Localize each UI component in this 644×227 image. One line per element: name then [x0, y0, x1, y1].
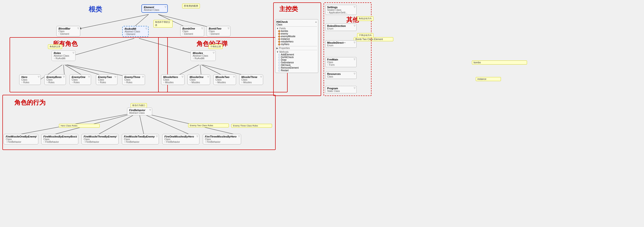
method-icon-restart [278, 70, 280, 72]
enemythree-dropdown[interactable]: ▽ [142, 76, 144, 78]
field-icon-bombs [278, 30, 280, 32]
settings-parent: ↑ ApplicationSetti... [327, 11, 355, 14]
class-firemissileonebyenemy[interactable]: ▽ FireMissileOneByEnemy Class ↑ FireBeha… [4, 134, 38, 144]
settings-dropdown[interactable]: ▽ [354, 6, 356, 8]
class-missileone[interactable]: ▽ MissileOne Class ↑ Missiles [188, 74, 210, 85]
enemytwo-dropdown[interactable]: ▽ [114, 76, 116, 78]
enemythree-title: EnemyThree [124, 76, 143, 79]
field-myhero: myHero [276, 43, 317, 46]
class-enemythree[interactable]: ▽ EnemyThree Class ↑ Roles [122, 74, 145, 85]
firemissiletwobyenemy-type: Class [124, 138, 157, 141]
program-title: Program [327, 87, 355, 90]
firethreemissilesbyhero-dropdown[interactable]: ▽ [238, 135, 240, 137]
enemyboss-dropdown[interactable]: ▽ [63, 76, 65, 78]
class-resources[interactable]: ▽ Resources Class [326, 72, 357, 79]
role-behavior-label: 角色的行为 [14, 98, 46, 107]
program-dropdown[interactable]: ▽ [354, 87, 356, 89]
class-bloodbar[interactable]: ▽ BloodBar Class ↑ Element [56, 26, 80, 37]
resources-dropdown[interactable]: ▽ [354, 73, 356, 75]
firemissiletwobyenemy-title: FireMissileTwoByEnemy [124, 135, 157, 138]
annotation-missile-direction: 子弹运动方向 [357, 33, 374, 38]
class-rolesdirection[interactable]: ▽ RolesDirection Enum [326, 24, 357, 31]
hitcheck-expand-icon[interactable]: ▲ [315, 21, 317, 23]
missiles-dropdown[interactable]: ▽ [213, 52, 214, 54]
hero-dropdown[interactable]: ▽ [38, 76, 40, 78]
class-fireonemissilesbyhero[interactable]: ▽ FireOneMissilesByHero Class ↑ FireBeha… [162, 134, 200, 144]
enemythree-parent: ↑ Roles [124, 81, 143, 84]
class-firebehavior[interactable]: ▽ FireBehavior Abstract Class [127, 108, 152, 115]
fireonemissilesbyhero-dropdown[interactable]: ▽ [196, 135, 198, 137]
missiles-type: Abstract Class [193, 55, 214, 57]
firemissiletwobyenemy-dropdown[interactable]: ▽ [156, 135, 158, 137]
fireonemissilesbyhero-title: FireOneMissilesByHero [164, 135, 197, 138]
firemissilethreebyenemy-dropdown[interactable]: ▽ [116, 135, 118, 137]
method-removeelement: RemoveElement [276, 67, 317, 69]
missiledirect-dropdown[interactable]: ▽ [354, 41, 356, 44]
class-frmmain[interactable]: ▽ FrmMain Class ↑ Form [326, 57, 357, 67]
hitcheck-type: Class [276, 23, 317, 26]
field-bombs: bombs [276, 30, 317, 32]
rolesdirection-title: RolesDirection [327, 25, 355, 27]
enemyboss-type: Class [46, 79, 64, 81]
class-firethreemissilesbyhero[interactable]: ▽ FireThreeMissilesByHero Class ↑ FireBe… [203, 134, 241, 144]
class-firemissiletwobyenemy[interactable]: ▽ FireMissileTwoByEnemy Class ↑ FireBeha… [122, 134, 159, 144]
enemyone-dropdown[interactable]: ▽ [88, 76, 90, 78]
roandmi-type: Abstract Class [125, 30, 146, 33]
missiledirect-title: MissileDirect··· [327, 41, 355, 44]
field-instance: instance [276, 38, 317, 40]
bombone-dropdown[interactable]: ▽ [201, 27, 203, 30]
class-roles[interactable]: ▽ Roles Abstract Class ↑ RoAndMi [52, 50, 76, 61]
firemissilethreebyenemy-parent: ↑ FireBehavior [84, 141, 116, 143]
enemytwo-parent: ↑ Roles [98, 81, 115, 84]
annotation-hero-class-roles: Hero Class Roles [59, 124, 100, 128]
missilethree-dropdown[interactable]: ▽ [260, 76, 262, 78]
class-bombone[interactable]: ▽ BombOne Class ↑ Element [180, 26, 204, 37]
class-firemissilethreebyenemy[interactable]: ▽ FireMissileThreeByEnemy Class ↑ FireBe… [82, 134, 119, 144]
frmmain-type: Class [327, 61, 355, 64]
method-restart: Restart [276, 69, 317, 72]
rolesdirection-dropdown[interactable]: ▽ [354, 25, 356, 27]
class-bombtwo[interactable]: ▽ BombTwo Class ↑ Element [206, 26, 230, 37]
class-element[interactable]: ▽ Element Abstract Class [142, 4, 168, 13]
class-settings[interactable]: ▽ Settings Sealed Class ↑ ApplicationSet… [326, 5, 357, 15]
class-missiletwo[interactable]: ▽ MissileTwo Class ↑ Missiles [213, 74, 236, 85]
frmmain-title: FrmMain [327, 58, 355, 61]
main-control-label: 主控类 [279, 5, 298, 13]
method-addelement: AddElement [276, 53, 317, 56]
class-enemytwo[interactable]: ▽ EnemyTwo Class ↑ Roles [96, 74, 118, 85]
missileone-dropdown[interactable]: ▽ [207, 76, 209, 78]
frmmain-parent: ↑ Form [327, 64, 355, 66]
bombtwo-dropdown[interactable]: ▽ [228, 27, 229, 30]
class-enemyone[interactable]: ▽ EnemyOne Class ↑ Roles [70, 74, 91, 85]
bloodbar-dropdown[interactable]: ▽ [78, 27, 79, 30]
root-class-label: 根类 [89, 5, 102, 14]
firemissilesbyenemyboss-dropdown[interactable]: ▽ [76, 135, 77, 137]
frmmain-dropdown[interactable]: ▽ [354, 58, 356, 61]
roandmi-dropdown[interactable]: ▽ [146, 27, 147, 30]
element-dropdown-icon[interactable]: ▽ [165, 6, 166, 8]
class-program[interactable]: ▽ Program Static Class [326, 86, 357, 93]
missiletwo-dropdown[interactable]: ▽ [233, 76, 235, 78]
firemissileonebyenemy-dropdown[interactable]: ▽ [36, 135, 37, 137]
bombone-title: BombOne [182, 27, 202, 30]
method-icon-removeelement [278, 67, 280, 69]
missilehero-dropdown[interactable]: ▽ [182, 76, 183, 78]
class-missiles[interactable]: ▽ Missiles Abstract Class ↑ RoAndMi [190, 50, 216, 61]
class-hero[interactable]: ▽ Hero Class ↑ Roles [19, 74, 41, 85]
roles-dropdown[interactable]: ▽ [72, 52, 74, 54]
enemythree-type: Class [124, 79, 143, 81]
class-missilethree[interactable]: ▽ MissileThree Class ↑ Missiles [239, 74, 263, 85]
firebehavior-dropdown[interactable]: ▽ [149, 109, 151, 111]
enemytwo-type: Class [98, 79, 115, 81]
method-hitcheck: HitCheck [276, 64, 317, 67]
class-missilehero[interactable]: ▽ MissileHero Class ↑ Missiles [161, 74, 184, 85]
hitcheck-box[interactable]: HitCheck ▲ Class ▼ Fields bombs enemy en… [275, 19, 318, 73]
class-missiledirect[interactable]: ▽ MissileDirect··· Enum [326, 40, 357, 48]
resources-type: Class [327, 75, 355, 78]
class-roandmi[interactable]: ▽ RoAndMi Abstract Class ↑ Element [122, 26, 148, 37]
bloodbar-type: Class [58, 30, 78, 33]
class-firemissilesbyenemyboss[interactable]: ▽ FireMissilesByEnemyBoss Class ↑ FireBe… [41, 134, 78, 144]
annotation-enemy-two-class-roles: Enemy Two Class Roles [188, 124, 229, 127]
firethreemissilesbyhero-parent: ↑ FireBehavior [205, 141, 239, 143]
class-enemyboss[interactable]: ▽ EnemyBoss Class ↑ Roles [44, 74, 66, 85]
